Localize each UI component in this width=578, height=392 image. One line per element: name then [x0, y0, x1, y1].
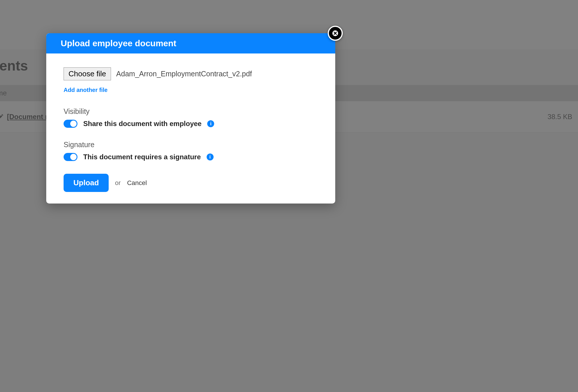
- upload-button[interactable]: Upload: [64, 174, 109, 192]
- modal-title: Upload employee document: [46, 33, 335, 53]
- info-icon[interactable]: i: [207, 120, 214, 127]
- selected-filename: Adam_Arron_EmploymentContract_v2.pdf: [116, 70, 252, 78]
- visibility-toggle-row: Share this document with employee i: [64, 120, 318, 128]
- signature-toggle-label: This document requires a signature: [83, 153, 201, 161]
- visibility-toggle[interactable]: [64, 120, 77, 128]
- visibility-toggle-label: Share this document with employee: [83, 120, 201, 128]
- info-icon[interactable]: i: [207, 154, 214, 160]
- close-button[interactable]: [328, 26, 343, 41]
- modal-actions: Upload or Cancel: [64, 174, 318, 192]
- close-icon: [332, 30, 339, 37]
- add-another-file-link[interactable]: Add another file: [64, 87, 108, 93]
- signature-toggle-row: This document requires a signature i: [64, 153, 318, 161]
- modal-body: Choose file Adam_Arron_EmploymentContrac…: [46, 53, 335, 204]
- visibility-label: Visibility: [64, 107, 318, 116]
- choose-file-button[interactable]: Choose file: [64, 67, 111, 80]
- or-text: or: [115, 179, 121, 187]
- file-selection-row: Choose file Adam_Arron_EmploymentContrac…: [64, 67, 318, 80]
- cancel-link[interactable]: Cancel: [127, 179, 147, 187]
- signature-label: Signature: [64, 140, 318, 149]
- signature-toggle[interactable]: [64, 153, 77, 161]
- upload-document-modal: Upload employee document Choose file Ada…: [46, 33, 335, 204]
